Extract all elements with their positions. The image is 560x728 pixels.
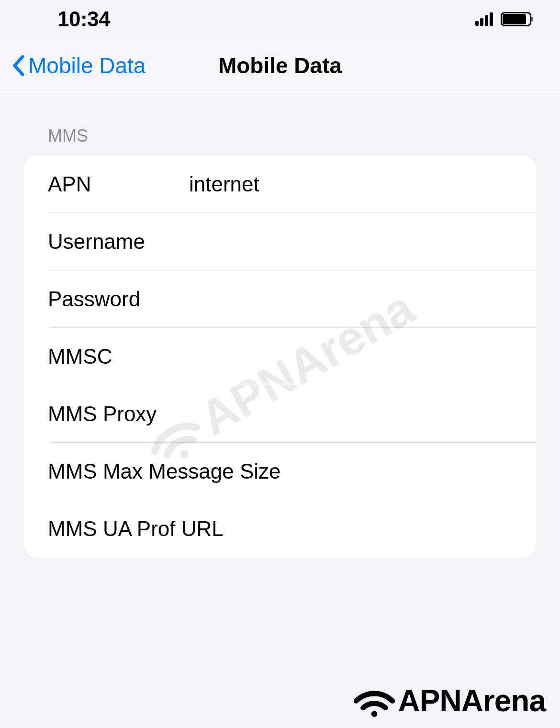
input-password[interactable] bbox=[189, 287, 536, 311]
input-apn[interactable] bbox=[189, 172, 536, 196]
section-header-mms: MMS bbox=[24, 93, 536, 156]
footer-brand-text: APNArena bbox=[398, 683, 546, 718]
input-mms-proxy[interactable] bbox=[189, 402, 536, 426]
signal-icon bbox=[475, 12, 493, 26]
label-mms-max-size: MMS Max Message Size bbox=[48, 459, 281, 483]
row-mms-max-size[interactable]: MMS Max Message Size bbox=[24, 443, 536, 500]
status-bar: 10:34 bbox=[0, 0, 560, 38]
navigation-bar: Mobile Data Mobile Data bbox=[0, 38, 560, 93]
label-mmsc: MMSC bbox=[48, 345, 189, 369]
row-mms-proxy[interactable]: MMS Proxy bbox=[24, 385, 536, 443]
row-apn[interactable]: APN bbox=[24, 156, 536, 213]
label-mms-ua-prof: MMS UA Prof URL bbox=[48, 517, 224, 541]
back-button[interactable]: Mobile Data bbox=[12, 53, 146, 78]
chevron-left-icon bbox=[12, 55, 24, 77]
status-indicators bbox=[475, 12, 531, 26]
svg-point-1 bbox=[371, 711, 378, 717]
wifi-icon bbox=[353, 684, 396, 717]
label-mms-proxy: MMS Proxy bbox=[48, 402, 189, 426]
row-mmsc[interactable]: MMSC bbox=[24, 328, 536, 385]
content-area: MMS APN Username Password MMSC MMS Proxy… bbox=[0, 93, 560, 558]
input-username[interactable] bbox=[189, 230, 536, 254]
row-username[interactable]: Username bbox=[24, 213, 536, 270]
battery-icon bbox=[501, 12, 531, 26]
row-mms-ua-prof[interactable]: MMS UA Prof URL bbox=[24, 500, 536, 558]
input-mmsc[interactable] bbox=[189, 345, 536, 369]
page-title: Mobile Data bbox=[218, 53, 342, 78]
footer-brand: APNArena bbox=[353, 683, 546, 718]
status-time: 10:34 bbox=[57, 7, 110, 31]
back-label: Mobile Data bbox=[28, 53, 146, 78]
row-password[interactable]: Password bbox=[24, 270, 536, 328]
label-apn: APN bbox=[48, 172, 189, 196]
settings-group-mms: APN Username Password MMSC MMS Proxy MMS… bbox=[24, 156, 536, 558]
label-password: Password bbox=[48, 287, 189, 311]
label-username: Username bbox=[48, 230, 189, 254]
